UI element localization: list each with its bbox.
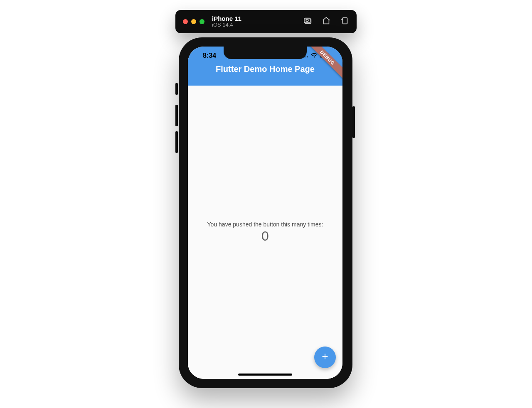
rotate-icon[interactable]: [340, 16, 349, 27]
battery-icon: [320, 53, 331, 58]
silence-switch[interactable]: [175, 83, 178, 95]
window-minimize-button[interactable]: [191, 19, 196, 24]
counter-caption: You have pushed the button this many tim…: [207, 221, 323, 228]
status-clock: 8:34: [203, 52, 216, 59]
svg-rect-11: [330, 55, 330, 57]
screenshot-icon[interactable]: [303, 16, 313, 27]
simulator-titlebar: iPhone 11 iOS 14.4: [175, 10, 357, 33]
home-indicator[interactable]: [238, 374, 292, 376]
device-name: iPhone 11: [212, 15, 241, 22]
app-bar-title: Flutter Demo Home Page: [188, 65, 342, 74]
phone-notch: [224, 47, 307, 59]
plus-icon: [320, 352, 330, 363]
svg-rect-10: [321, 54, 329, 57]
os-version: iOS 14.4: [212, 22, 241, 28]
window-controls: [183, 19, 204, 24]
volume-down-button[interactable]: [175, 131, 178, 153]
app-body: You have pushed the button this many tim…: [188, 86, 342, 379]
window-zoom-button[interactable]: [200, 19, 204, 24]
svg-point-6: [305, 57, 306, 57]
volume-up-button[interactable]: [175, 105, 178, 126]
simulator-title: iPhone 11 iOS 14.4: [212, 15, 241, 28]
window-close-button[interactable]: [183, 19, 188, 24]
svg-point-2: [306, 19, 308, 22]
phone-screen: DEBUG 8:34 Flutter Demo Home Page You ha…: [188, 47, 342, 379]
home-icon[interactable]: [322, 16, 331, 27]
wifi-icon: [311, 53, 318, 58]
svg-point-8: [314, 57, 315, 58]
simulator-tool-icons: [303, 16, 349, 27]
svg-point-7: [307, 57, 308, 57]
counter-value: 0: [261, 229, 269, 244]
power-button[interactable]: [352, 106, 355, 138]
increment-fab[interactable]: [314, 347, 336, 368]
svg-rect-3: [342, 18, 347, 24]
